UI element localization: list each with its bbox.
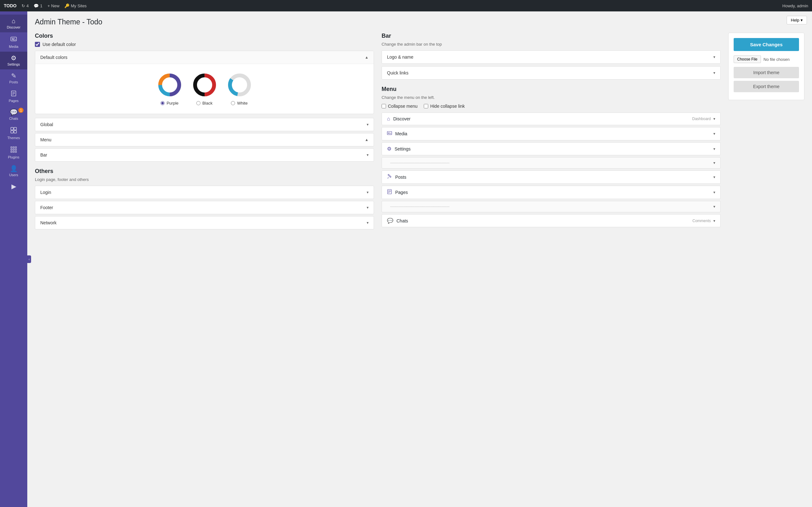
sidebar-item-chats[interactable]: 💬 1 Chats — [0, 106, 27, 124]
menu-section-title: Menu — [382, 86, 721, 93]
sidebar-item-posts[interactable]: ✎ Posts — [0, 69, 27, 87]
bar-menu-column: Bar Change the admin bar on the top Logo… — [382, 33, 721, 233]
colors-section-title: Colors — [35, 33, 374, 39]
collapse-menu-label[interactable]: Collapse menu — [382, 104, 417, 109]
user-greeting: Howdy, admin — [782, 3, 808, 8]
plugins-icon — [10, 146, 17, 154]
accordion-footer-header[interactable]: Footer ▾ — [35, 201, 374, 214]
color-option-white[interactable]: White — [227, 72, 252, 106]
action-panel: Save Changes Choose File No file chosen … — [728, 33, 804, 100]
black-option-label[interactable]: Black — [196, 101, 212, 106]
colors-column: Colors Use default color Default colors … — [35, 33, 374, 236]
svg-rect-7 — [14, 127, 16, 130]
accordion-footer: Footer ▾ — [35, 201, 374, 214]
sidebar-item-play[interactable]: ▶ — [0, 180, 27, 193]
purple-radio[interactable] — [160, 101, 165, 105]
accordion-global-label: Global — [40, 122, 53, 127]
use-default-color-checkbox[interactable] — [35, 42, 40, 47]
key-icon: 🔑 — [64, 3, 69, 8]
sidebar-item-users[interactable]: 👤 Users — [0, 162, 27, 180]
help-button[interactable]: Help ▾ — [786, 16, 807, 24]
sidebar-label-chats: Chats — [9, 117, 18, 120]
hide-collapse-link-label[interactable]: Hide collapse link — [424, 104, 465, 109]
import-theme-button[interactable]: Import theme — [734, 67, 799, 78]
media-icon — [10, 36, 17, 43]
accordion-global-header[interactable]: Global ▾ — [35, 118, 374, 131]
svg-point-27 — [198, 78, 212, 92]
new-item[interactable]: + New — [48, 3, 60, 8]
media-menu-icon — [387, 130, 392, 137]
media-chevron: ▾ — [713, 131, 715, 136]
bar-quicklinks-label: Quick links — [387, 70, 409, 75]
purple-option-label[interactable]: Purple — [160, 101, 179, 106]
sidebar-label-users: Users — [9, 173, 18, 177]
chats-menu-label: Chats — [397, 218, 408, 223]
file-chosen-label: No file chosen — [763, 57, 790, 62]
sidebar: ⌂ Discover Media ⚙ Settings ✎ Posts — [0, 11, 27, 507]
accordion-login: Login ▾ — [35, 186, 374, 199]
help-label: Help — [791, 18, 799, 22]
sidebar-item-themes[interactable]: Themes — [0, 124, 27, 143]
accordion-network-label: Network — [40, 220, 56, 225]
comments-item[interactable]: 💬 1 — [34, 3, 42, 8]
default-colors-header[interactable]: Default colors ▲ — [35, 51, 374, 64]
collapse-menu-checkbox[interactable] — [382, 104, 386, 108]
accordion-menu-header[interactable]: Menu ▲ — [35, 133, 374, 146]
svg-rect-9 — [14, 130, 16, 133]
settings-chevron: ▾ — [713, 147, 715, 151]
others-subtitle: Login page, footer and others — [35, 177, 374, 182]
sidebar-item-discover[interactable]: ⌂ Discover — [0, 14, 27, 32]
svg-line-33 — [388, 177, 389, 178]
sidebar-label-posts: Posts — [9, 80, 18, 84]
accordion-network-header[interactable]: Network ▾ — [35, 216, 374, 229]
svg-point-30 — [233, 78, 247, 92]
accordion-bar: Bar ▾ — [35, 148, 374, 162]
admin-bar: TODO ↻ 4 💬 1 + New 🔑 My Sites Howdy, adm… — [0, 0, 812, 11]
menu-item-chats[interactable]: 💬 Chats Comments ▾ — [382, 214, 721, 227]
bar-dropdown-quicklinks[interactable]: Quick links ▾ — [382, 66, 721, 79]
posts-menu-icon — [387, 174, 392, 180]
my-sites-item[interactable]: 🔑 My Sites — [64, 3, 87, 8]
svg-rect-11 — [13, 147, 14, 148]
sidebar-item-settings[interactable]: ⚙ Settings — [0, 52, 27, 69]
black-radio[interactable] — [196, 101, 200, 105]
export-theme-button[interactable]: Export theme — [734, 81, 799, 92]
choose-file-button[interactable]: Choose File — [734, 55, 761, 63]
hide-collapse-link-checkbox[interactable] — [424, 104, 428, 108]
accordion-global-arrow: ▾ — [367, 122, 368, 127]
default-colors-chevron-up: ▲ — [365, 55, 368, 60]
color-option-black[interactable]: Black — [192, 72, 217, 106]
color-option-purple[interactable]: Purple — [157, 72, 183, 106]
menu-item-empty-2[interactable]: ────────────────────── ▾ — [382, 201, 721, 212]
collapse-menu-text: Collapse menu — [388, 104, 417, 109]
accordion-network: Network ▾ — [35, 216, 374, 229]
white-option-label[interactable]: White — [231, 101, 247, 106]
svg-rect-13 — [11, 149, 12, 150]
bar-logo-chevron: ▾ — [713, 55, 715, 59]
sidebar-badge-chats: 1 — [18, 108, 23, 113]
discover-menu-icon: ⌂ — [387, 116, 390, 122]
my-sites-label: My Sites — [71, 3, 87, 8]
menu-item-settings[interactable]: ⚙ Settings ▾ — [382, 142, 721, 155]
menu-item-media[interactable]: Media ▾ — [382, 127, 721, 140]
sidebar-item-pages[interactable]: Pages — [0, 87, 27, 106]
menu-item-posts[interactable]: Posts ▾ — [382, 170, 721, 184]
updates-item[interactable]: ↻ 4 — [21, 3, 29, 8]
sidebar-item-plugins[interactable]: Plugins — [0, 143, 27, 162]
bar-dropdown-logo[interactable]: Logo & name ▾ — [382, 50, 721, 64]
bar-quicklinks-chevron: ▾ — [713, 71, 715, 75]
plus-icon: + — [48, 3, 50, 8]
menu-item-empty-1[interactable]: ────────────────────── ▾ — [382, 157, 721, 169]
comment-icon: 💬 — [34, 3, 39, 8]
menu-item-discover[interactable]: ⌂ Discover Dashboard ▾ — [382, 112, 721, 125]
sidebar-item-media[interactable]: Media — [0, 32, 27, 52]
sidebar-collapse-arrow[interactable]: ‹ — [27, 256, 31, 263]
default-colors-box: Default colors ▲ — [35, 51, 374, 114]
accordion-bar-header[interactable]: Bar ▾ — [35, 149, 374, 161]
save-changes-button[interactable]: Save Changes — [734, 38, 799, 51]
white-radio[interactable] — [231, 101, 235, 105]
site-logo[interactable]: TODO — [4, 3, 16, 8]
accordion-login-header[interactable]: Login ▾ — [35, 186, 374, 199]
menu-item-pages[interactable]: Pages ▾ — [382, 186, 721, 199]
settings-menu-icon: ⚙ — [387, 146, 392, 152]
